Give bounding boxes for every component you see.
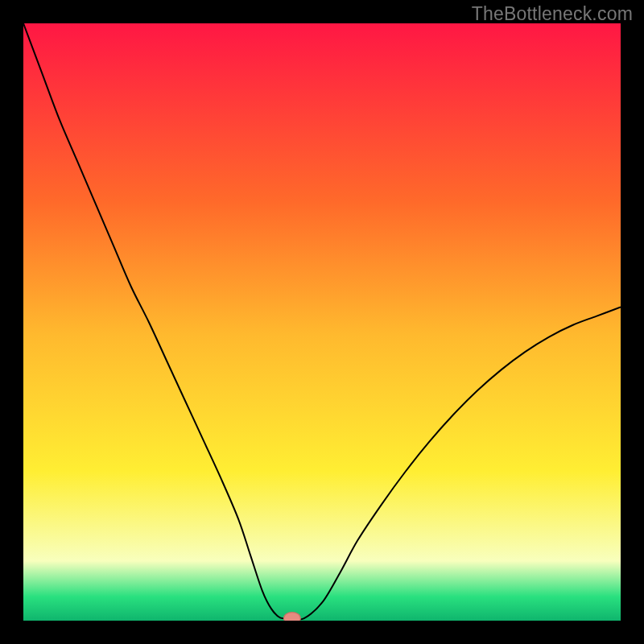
gradient-background (23, 23, 621, 621)
watermark-text: TheBottleneck.com (472, 3, 633, 25)
chart-area (23, 23, 621, 621)
chart-frame: TheBottleneck.com (0, 0, 644, 644)
optimal-point-marker (284, 613, 301, 621)
chart-svg (23, 23, 621, 621)
